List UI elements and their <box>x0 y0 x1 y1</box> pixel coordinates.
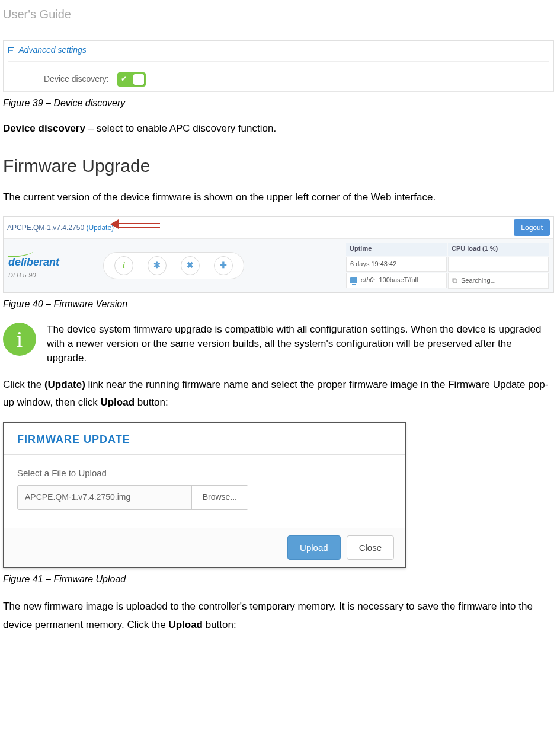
brand-logo: deliberant <box>8 255 85 270</box>
uptime-label: Uptime <box>346 243 447 255</box>
selected-filename: APCPE.QM-1.v7.4.2750.img <box>18 486 191 509</box>
upload-button[interactable]: Upload <box>287 535 341 560</box>
monitor-icon <box>350 277 357 283</box>
panel-title[interactable]: – Advanced settings <box>8 44 549 62</box>
file-input-row: APCPE.QM-1.v7.4.2750.img Browse... <box>17 485 248 510</box>
device-discovery-toggle[interactable]: ✔ <box>117 72 146 87</box>
cpu-bar <box>448 257 549 272</box>
figure-40-caption: Figure 40 – Firmware Version <box>3 298 554 311</box>
logout-button[interactable]: Logout <box>514 219 550 237</box>
instruction-paragraph-2: The new firmware image is uploaded to th… <box>3 598 554 634</box>
web-interface-header: APCPE.QM-1.v7.4.2750 (Update) Logout del… <box>3 216 554 293</box>
section-heading: Firmware Upgrade <box>3 154 554 178</box>
toggle-knob <box>133 74 144 85</box>
close-button[interactable]: Close <box>347 535 394 560</box>
gear-icon[interactable]: ✻ <box>148 256 167 275</box>
cpu-load-label: CPU load (1 %) <box>448 243 549 255</box>
model-label: DLB 5-90 <box>8 271 85 280</box>
wifi-status: ⧉ Searching... <box>448 273 549 289</box>
figure-39-caption: Figure 39 – Device discovery <box>3 97 554 110</box>
intro-text: The current version of the device firmwa… <box>3 190 554 205</box>
panel-title-text: Advanced settings <box>18 45 86 55</box>
eth-status: eth0: 100baseT/full <box>346 273 447 288</box>
tools-icon[interactable]: ✖ <box>181 256 200 275</box>
wifi-icon: ⧉ <box>452 276 457 286</box>
device-discovery-label: Device discovery: <box>44 74 109 85</box>
info-note: i The device system firmware upgrade is … <box>3 323 554 365</box>
red-arrow-annotation <box>110 220 164 228</box>
uptime-value: 6 days 19:43:42 <box>346 257 447 272</box>
dialog-title: FIRMWARE UPDATE <box>4 423 405 455</box>
nav-toolbar: i ✻ ✖ ✚ <box>103 252 244 279</box>
advanced-settings-panel: – Advanced settings Device discovery: ✔ <box>3 40 554 92</box>
figure-41-caption: Figure 41 – Firmware Upload <box>3 573 554 586</box>
collapse-icon[interactable]: – <box>8 47 14 53</box>
device-discovery-description: Device discovery – select to enable APC … <box>3 122 554 136</box>
firmware-update-dialog: FIRMWARE UPDATE Select a File to Upload … <box>3 422 406 568</box>
select-file-label: Select a File to Upload <box>17 467 392 479</box>
firmware-version-text: APCPE.QM-1.v7.4.2750 (Update) <box>7 223 114 233</box>
info-icon[interactable]: i <box>114 256 133 275</box>
brand-block: deliberant DLB 5-90 <box>8 251 85 280</box>
status-panel: Uptime 6 days 19:43:42 eth0: 100baseT/fu… <box>346 243 549 289</box>
browse-button[interactable]: Browse... <box>191 486 248 509</box>
info-icon: i <box>3 323 36 356</box>
info-note-text: The device system firmware upgrade is co… <box>47 323 554 365</box>
instruction-paragraph-1: Click the (Update) link near the running… <box>3 376 554 412</box>
medkit-icon[interactable]: ✚ <box>214 256 233 275</box>
check-icon: ✔ <box>121 74 127 84</box>
document-header: User's Guide <box>3 6 554 23</box>
